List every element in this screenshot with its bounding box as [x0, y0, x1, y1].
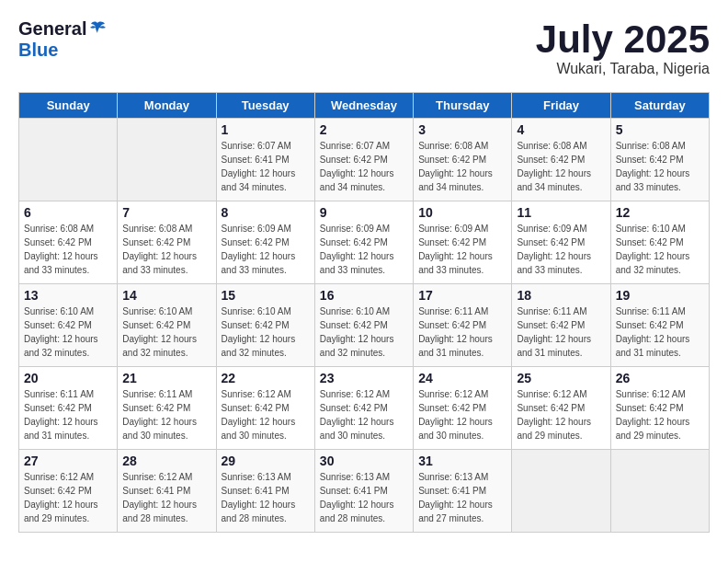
calendar-cell: 31Sunrise: 6:13 AM Sunset: 6:41 PM Dayli…	[414, 450, 512, 533]
calendar-body: 1Sunrise: 6:07 AM Sunset: 6:41 PM Daylig…	[19, 119, 710, 533]
day-info: Sunrise: 6:07 AM Sunset: 6:42 PM Dayligh…	[320, 139, 408, 194]
header-cell-sunday: Sunday	[19, 93, 118, 119]
day-number: 30	[320, 454, 408, 468]
calendar-cell: 9Sunrise: 6:09 AM Sunset: 6:42 PM Daylig…	[314, 201, 413, 284]
header-row: SundayMondayTuesdayWednesdayThursdayFrid…	[19, 93, 710, 119]
calendar-cell: 23Sunrise: 6:12 AM Sunset: 6:42 PM Dayli…	[314, 367, 413, 450]
calendar-table: SundayMondayTuesdayWednesdayThursdayFrid…	[18, 92, 710, 533]
logo-blue-text: Blue	[18, 40, 58, 60]
calendar-cell	[118, 119, 216, 201]
calendar-cell: 27Sunrise: 6:12 AM Sunset: 6:42 PM Dayli…	[19, 450, 118, 533]
day-info: Sunrise: 6:13 AM Sunset: 6:41 PM Dayligh…	[320, 470, 408, 525]
day-number: 10	[418, 205, 506, 220]
day-info: Sunrise: 6:11 AM Sunset: 6:42 PM Dayligh…	[122, 387, 210, 442]
calendar-cell: 8Sunrise: 6:09 AM Sunset: 6:42 PM Daylig…	[216, 201, 314, 284]
day-info: Sunrise: 6:09 AM Sunset: 6:42 PM Dayligh…	[222, 222, 310, 277]
day-info: Sunrise: 6:13 AM Sunset: 6:41 PM Dayligh…	[418, 470, 506, 525]
logo-bird-icon	[88, 19, 107, 38]
day-number: 29	[222, 454, 310, 468]
calendar-header: SundayMondayTuesdayWednesdayThursdayFrid…	[19, 93, 710, 119]
calendar-cell: 6Sunrise: 6:08 AM Sunset: 6:42 PM Daylig…	[19, 201, 118, 284]
day-info: Sunrise: 6:12 AM Sunset: 6:42 PM Dayligh…	[418, 387, 506, 442]
day-number: 21	[122, 371, 210, 385]
calendar-cell: 14Sunrise: 6:10 AM Sunset: 6:42 PM Dayli…	[118, 284, 216, 367]
month-year-title: July 2025	[536, 18, 710, 61]
calendar-cell: 22Sunrise: 6:12 AM Sunset: 6:42 PM Dayli…	[216, 367, 314, 450]
day-number: 3	[418, 122, 506, 137]
calendar-cell: 13Sunrise: 6:10 AM Sunset: 6:42 PM Dayli…	[19, 284, 118, 367]
calendar-cell: 25Sunrise: 6:12 AM Sunset: 6:42 PM Dayli…	[512, 367, 610, 450]
calendar-cell: 20Sunrise: 6:11 AM Sunset: 6:42 PM Dayli…	[19, 367, 118, 450]
day-info: Sunrise: 6:10 AM Sunset: 6:42 PM Dayligh…	[222, 304, 310, 360]
week-row-4: 20Sunrise: 6:11 AM Sunset: 6:42 PM Dayli…	[19, 367, 710, 450]
day-info: Sunrise: 6:09 AM Sunset: 6:42 PM Dayligh…	[517, 222, 605, 277]
day-info: Sunrise: 6:10 AM Sunset: 6:42 PM Dayligh…	[122, 304, 210, 360]
day-info: Sunrise: 6:08 AM Sunset: 6:42 PM Dayligh…	[122, 222, 210, 277]
logo: General Blue	[18, 18, 107, 61]
day-info: Sunrise: 6:09 AM Sunset: 6:42 PM Dayligh…	[320, 222, 408, 277]
calendar-cell: 21Sunrise: 6:11 AM Sunset: 6:42 PM Dayli…	[118, 367, 216, 450]
day-number: 16	[320, 288, 408, 303]
day-info: Sunrise: 6:08 AM Sunset: 6:42 PM Dayligh…	[517, 139, 605, 194]
header-cell-saturday: Saturday	[610, 93, 709, 119]
day-number: 9	[320, 205, 408, 220]
title-block: July 2025 Wukari, Taraba, Nigeria	[536, 18, 710, 77]
calendar-cell: 29Sunrise: 6:13 AM Sunset: 6:41 PM Dayli…	[216, 450, 314, 533]
day-number: 22	[222, 371, 310, 385]
day-info: Sunrise: 6:12 AM Sunset: 6:42 PM Dayligh…	[222, 387, 310, 442]
calendar-cell: 26Sunrise: 6:12 AM Sunset: 6:42 PM Dayli…	[610, 367, 709, 450]
week-row-1: 1Sunrise: 6:07 AM Sunset: 6:41 PM Daylig…	[19, 119, 710, 201]
calendar-cell: 24Sunrise: 6:12 AM Sunset: 6:42 PM Dayli…	[414, 367, 512, 450]
day-info: Sunrise: 6:11 AM Sunset: 6:42 PM Dayligh…	[24, 387, 112, 442]
day-number: 18	[517, 288, 605, 303]
header-cell-tuesday: Tuesday	[216, 93, 314, 119]
page-header: General Blue July 2025 Wukari, Taraba, N…	[18, 18, 710, 77]
calendar-cell: 3Sunrise: 6:08 AM Sunset: 6:42 PM Daylig…	[414, 119, 512, 201]
day-info: Sunrise: 6:12 AM Sunset: 6:42 PM Dayligh…	[517, 387, 605, 442]
day-info: Sunrise: 6:12 AM Sunset: 6:42 PM Dayligh…	[24, 470, 112, 525]
day-info: Sunrise: 6:07 AM Sunset: 6:41 PM Dayligh…	[222, 139, 310, 194]
calendar-cell: 17Sunrise: 6:11 AM Sunset: 6:42 PM Dayli…	[414, 284, 512, 367]
logo-general-text: General	[18, 18, 86, 40]
day-number: 1	[222, 122, 310, 137]
day-info: Sunrise: 6:11 AM Sunset: 6:42 PM Dayligh…	[418, 304, 506, 360]
day-number: 27	[24, 454, 112, 468]
header-cell-monday: Monday	[118, 93, 216, 119]
day-number: 17	[418, 288, 506, 303]
week-row-2: 6Sunrise: 6:08 AM Sunset: 6:42 PM Daylig…	[19, 201, 710, 284]
day-number: 5	[616, 122, 704, 137]
day-info: Sunrise: 6:12 AM Sunset: 6:42 PM Dayligh…	[616, 387, 704, 442]
header-cell-wednesday: Wednesday	[314, 93, 413, 119]
day-number: 11	[517, 205, 605, 220]
day-info: Sunrise: 6:09 AM Sunset: 6:42 PM Dayligh…	[418, 222, 506, 277]
day-info: Sunrise: 6:10 AM Sunset: 6:42 PM Dayligh…	[320, 304, 408, 360]
day-number: 20	[24, 371, 112, 385]
day-number: 8	[222, 205, 310, 220]
calendar-cell: 1Sunrise: 6:07 AM Sunset: 6:41 PM Daylig…	[216, 119, 314, 201]
day-number: 23	[320, 371, 408, 385]
calendar-cell: 10Sunrise: 6:09 AM Sunset: 6:42 PM Dayli…	[414, 201, 512, 284]
day-number: 13	[24, 288, 112, 303]
calendar-cell: 30Sunrise: 6:13 AM Sunset: 6:41 PM Dayli…	[314, 450, 413, 533]
day-number: 7	[122, 205, 210, 220]
calendar-cell: 4Sunrise: 6:08 AM Sunset: 6:42 PM Daylig…	[512, 119, 610, 201]
header-cell-thursday: Thursday	[414, 93, 512, 119]
day-number: 14	[122, 288, 210, 303]
calendar-cell	[610, 450, 709, 533]
day-number: 12	[616, 205, 704, 220]
day-number: 19	[616, 288, 704, 303]
day-info: Sunrise: 6:10 AM Sunset: 6:42 PM Dayligh…	[24, 304, 112, 360]
calendar-cell: 5Sunrise: 6:08 AM Sunset: 6:42 PM Daylig…	[610, 119, 709, 201]
day-info: Sunrise: 6:12 AM Sunset: 6:41 PM Dayligh…	[122, 470, 210, 525]
calendar-cell: 18Sunrise: 6:11 AM Sunset: 6:42 PM Dayli…	[512, 284, 610, 367]
calendar-cell: 2Sunrise: 6:07 AM Sunset: 6:42 PM Daylig…	[314, 119, 413, 201]
day-info: Sunrise: 6:12 AM Sunset: 6:42 PM Dayligh…	[320, 387, 408, 442]
week-row-3: 13Sunrise: 6:10 AM Sunset: 6:42 PM Dayli…	[19, 284, 710, 367]
week-row-5: 27Sunrise: 6:12 AM Sunset: 6:42 PM Dayli…	[19, 450, 710, 533]
day-number: 25	[517, 371, 605, 385]
day-info: Sunrise: 6:10 AM Sunset: 6:42 PM Dayligh…	[616, 222, 704, 277]
calendar-cell	[512, 450, 610, 533]
day-number: 26	[616, 371, 704, 385]
day-info: Sunrise: 6:11 AM Sunset: 6:42 PM Dayligh…	[517, 304, 605, 360]
day-number: 4	[517, 122, 605, 137]
